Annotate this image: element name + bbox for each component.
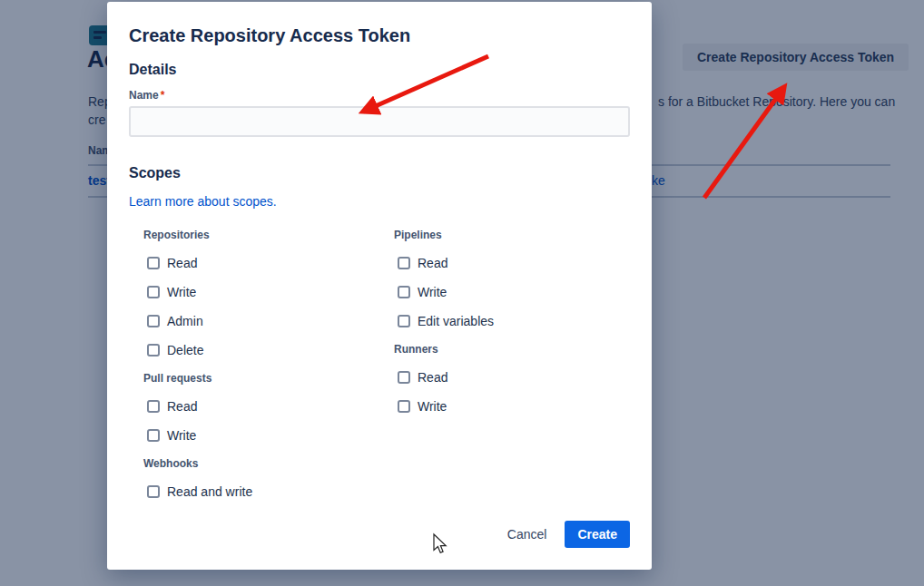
create-repository-access-token-modal: Create Repository Access Token Details N… (107, 2, 652, 570)
scopes-column-right: Pipelines Read Write Edit variables Runn… (394, 227, 639, 421)
scope-option-row: Write (394, 278, 639, 307)
scope-option-row: Read and write (143, 477, 388, 506)
modal-title: Create Repository Access Token (129, 25, 410, 46)
checkbox-pipelines-write[interactable] (398, 286, 410, 298)
scope-option-row: Read (394, 363, 639, 392)
scope-option-row: Delete (143, 336, 388, 365)
checkbox-pipelines-read[interactable] (398, 257, 410, 269)
scopes-column-left: Repositories Read Write Admin Delete Pul… (143, 227, 388, 506)
scope-option-row: Write (394, 392, 639, 421)
scopes-section-heading: Scopes (129, 165, 181, 181)
scope-option-label[interactable]: Read and write (167, 484, 252, 499)
modal-footer: Cancel Create (507, 521, 630, 548)
scope-group-runners: Runners (394, 341, 639, 357)
checkbox-repositories-delete[interactable] (147, 344, 160, 356)
scope-option-label[interactable]: Read (418, 256, 447, 270)
scope-option-row: Read (143, 249, 388, 278)
scope-option-label[interactable]: Read (167, 399, 197, 414)
scope-option-row: Read (143, 392, 388, 421)
scope-option-label[interactable]: Write (167, 285, 196, 299)
checkbox-repositories-admin[interactable] (147, 315, 160, 327)
scope-group-webhooks: Webhooks (143, 455, 388, 472)
scope-option-row: Admin (143, 307, 388, 336)
scope-option-label[interactable]: Admin (167, 314, 203, 328)
scope-option-row: Read (394, 249, 639, 278)
name-label-text: Name (129, 89, 159, 102)
scope-option-row: Write (143, 421, 388, 450)
required-asterisk: * (159, 89, 165, 102)
name-input[interactable] (129, 106, 630, 137)
checkbox-pipelines-edit-variables[interactable] (398, 315, 410, 327)
scope-option-label[interactable]: Write (418, 285, 447, 299)
checkbox-runners-read[interactable] (398, 371, 410, 384)
checkbox-repositories-write[interactable] (147, 286, 160, 298)
learn-more-about-scopes-link[interactable]: Learn more about scopes. (129, 194, 277, 209)
checkbox-repositories-read[interactable] (147, 257, 160, 269)
scope-option-label[interactable]: Write (167, 428, 196, 443)
cancel-button[interactable]: Cancel (507, 527, 547, 542)
scope-group-pull-requests: Pull requests (143, 370, 388, 386)
create-button[interactable]: Create (565, 521, 630, 548)
scope-option-label[interactable]: Write (418, 399, 447, 414)
scope-option-label[interactable]: Edit variables (418, 314, 494, 328)
checkbox-runners-write[interactable] (398, 400, 410, 413)
details-section-heading: Details (129, 62, 176, 78)
checkbox-pull-requests-write[interactable] (147, 429, 160, 442)
name-field-label: Name* (129, 89, 164, 102)
scope-option-label[interactable]: Delete (167, 343, 203, 357)
scope-group-repositories: Repositories (143, 227, 388, 243)
checkbox-pull-requests-read[interactable] (147, 400, 160, 413)
scope-option-label[interactable]: Read (418, 370, 447, 385)
scope-option-row: Edit variables (394, 307, 639, 336)
scope-group-pipelines: Pipelines (394, 227, 639, 243)
scope-option-row: Write (143, 278, 388, 307)
scope-option-label[interactable]: Read (167, 256, 197, 270)
checkbox-webhooks-read-and-write[interactable] (147, 485, 160, 498)
